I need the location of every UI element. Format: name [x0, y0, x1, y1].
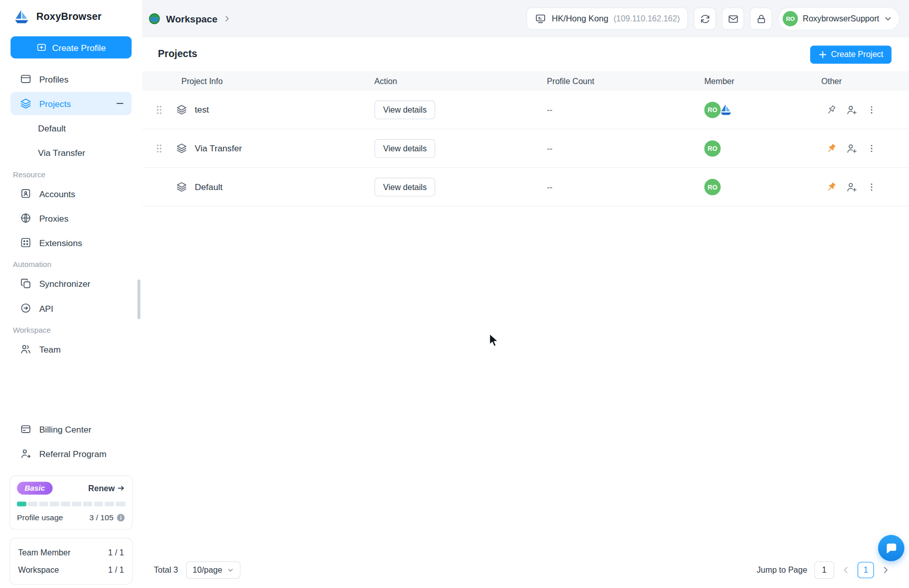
- table-header: Project Info Action Profile Count Member…: [142, 71, 909, 91]
- jump-to-page-input[interactable]: [814, 562, 834, 579]
- refresh-button[interactable]: [694, 8, 716, 30]
- chevron-down-icon: [227, 567, 234, 574]
- pin-icon[interactable]: [825, 142, 837, 154]
- table-row: Default View details -- RO: [142, 168, 909, 206]
- sidebar-item-profiles[interactable]: Profiles: [11, 67, 132, 91]
- project-name: test: [195, 104, 209, 115]
- next-page-icon[interactable]: [880, 564, 892, 576]
- workspace-stats-card: Team Member 1 / 1 Workspace 1 / 1: [9, 538, 133, 585]
- sidebar-item-accounts[interactable]: Accounts: [11, 182, 132, 205]
- ip-location-name: HK/Hong Kong: [552, 14, 608, 23]
- drag-handle-icon[interactable]: [155, 144, 163, 153]
- subitem-label: Via Transfer: [38, 148, 85, 158]
- table-row: Via Transfer View details -- RO: [142, 129, 909, 168]
- sidebar-subitem-default[interactable]: Default: [11, 116, 132, 140]
- chevron-right-icon: [223, 15, 231, 23]
- refresh-icon: [699, 13, 711, 24]
- create-profile-button[interactable]: Create Profile: [11, 36, 132, 59]
- stat-label: Team Member: [18, 548, 71, 557]
- chevron-down-icon: [884, 15, 892, 23]
- sidebar-item-projects[interactable]: Projects: [11, 92, 132, 115]
- sidebar-item-extensions[interactable]: Extensions: [11, 231, 132, 254]
- stat-team-member: Team Member 1 / 1: [17, 546, 125, 560]
- sidebar-item-referral-program[interactable]: Referral Program: [11, 442, 132, 465]
- create-profile-label: Create Profile: [52, 42, 106, 52]
- more-options-icon[interactable]: [866, 181, 877, 192]
- view-details-button[interactable]: View details: [374, 100, 435, 119]
- sidebar-item-label: Billing Center: [39, 424, 91, 434]
- sidebar-item-synchronizer[interactable]: Synchronizer: [11, 272, 132, 296]
- sidebar-subitem-via-transfer[interactable]: Via Transfer: [11, 141, 132, 165]
- page-title: Projects: [158, 48, 197, 60]
- workspace-globe-icon: [148, 12, 161, 25]
- renew-link[interactable]: Renew: [88, 484, 125, 493]
- renew-label: Renew: [88, 484, 115, 493]
- sidebar-item-label: Team: [39, 344, 61, 354]
- plan-badge: Basic: [17, 482, 53, 494]
- project-name: Default: [195, 182, 223, 192]
- chat-support-button[interactable]: [878, 535, 904, 562]
- app-logo[interactable]: RoxyBrowser: [0, 0, 142, 34]
- page-size-select[interactable]: 10/page: [186, 562, 240, 579]
- profile-count: --: [547, 144, 705, 153]
- more-options-icon[interactable]: [866, 143, 877, 154]
- globe-icon: [20, 212, 32, 224]
- team-logo-icon: [719, 102, 733, 117]
- chat-bubble-icon: [884, 541, 898, 555]
- info-icon[interactable]: [116, 513, 125, 522]
- section-title-workspace: Workspace: [0, 320, 142, 337]
- arrow-right-icon: [117, 484, 125, 492]
- more-options-icon[interactable]: [866, 104, 877, 115]
- sailboat-logo-icon: [13, 8, 30, 25]
- sidebar-item-label: Referral Program: [39, 449, 107, 459]
- sidebar-item-label: Profiles: [39, 74, 68, 84]
- lock-icon: [756, 13, 767, 24]
- create-project-label: Create Project: [831, 50, 884, 59]
- create-project-button[interactable]: Create Project: [810, 45, 892, 64]
- breadcrumb[interactable]: Workspace: [148, 12, 231, 25]
- sidebar-item-team[interactable]: Team: [11, 337, 132, 361]
- ip-detect-icon: [535, 13, 547, 24]
- sidebar-item-label: Projects: [39, 98, 71, 109]
- mail-button[interactable]: [722, 8, 744, 30]
- col-project-info: Project Info: [142, 76, 375, 86]
- ip-location-box[interactable]: HK/Hong Kong (109.110.162.162): [527, 8, 688, 30]
- col-action: Action: [374, 76, 547, 86]
- sidebar-item-api[interactable]: API: [11, 297, 132, 320]
- plan-card: Basic Renew Profile usage 3 / 105: [9, 475, 133, 530]
- add-member-icon[interactable]: [846, 181, 858, 193]
- add-member-icon[interactable]: [846, 142, 858, 154]
- account-menu[interactable]: RO RoxybrowserSupport: [778, 7, 899, 31]
- stat-value: 1 / 1: [108, 566, 124, 575]
- pagination-bar: Total 3 10/page Jump to Page 1: [142, 552, 909, 588]
- table-empty-area: [142, 206, 909, 552]
- view-details-button[interactable]: View details: [374, 177, 435, 196]
- add-member-icon[interactable]: [846, 104, 858, 116]
- account-name: RoxybrowserSupport: [803, 14, 879, 23]
- sidebar-scrollbar[interactable]: [138, 279, 141, 319]
- referral-icon: [20, 448, 32, 460]
- pin-icon[interactable]: [825, 181, 837, 193]
- jump-to-page-label: Jump to Page: [757, 566, 807, 575]
- lock-button[interactable]: [750, 8, 772, 30]
- app-name: RoxyBrowser: [36, 11, 101, 23]
- project-name: Via Transfer: [195, 143, 242, 153]
- sidebar-item-proxies[interactable]: Proxies: [11, 206, 132, 230]
- stat-label: Workspace: [18, 566, 59, 575]
- prev-page-icon[interactable]: [840, 564, 852, 576]
- sidebar-item-label: Extensions: [39, 237, 82, 248]
- pin-icon[interactable]: [825, 104, 837, 116]
- table-row: test View details -- RO: [142, 91, 909, 129]
- usage-label: Profile usage: [17, 513, 63, 522]
- profile-count: --: [547, 105, 705, 114]
- view-details-button[interactable]: View details: [374, 139, 435, 158]
- col-profile-count: Profile Count: [547, 76, 705, 86]
- profiles-icon: [20, 73, 32, 85]
- sidebar-item-billing-center[interactable]: Billing Center: [11, 417, 132, 441]
- sidebar-item-label: Synchronizer: [39, 279, 90, 289]
- collapse-minus-icon[interactable]: [115, 99, 124, 108]
- profile-count: --: [547, 182, 705, 191]
- drag-handle-icon[interactable]: [155, 105, 163, 114]
- mail-icon: [728, 13, 739, 24]
- page-number-button[interactable]: 1: [858, 562, 874, 578]
